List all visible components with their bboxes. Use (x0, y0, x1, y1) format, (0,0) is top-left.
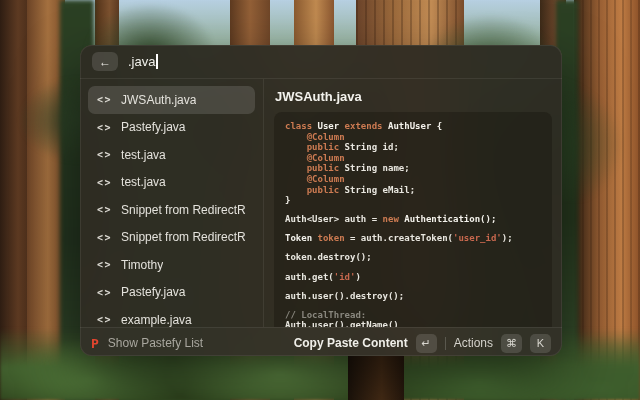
content-area: <>JWSAuth.java<>Pastefy.java<>test.java<… (80, 79, 562, 327)
code-brackets-icon: <> (97, 149, 112, 160)
code-line: public String id; (285, 142, 541, 153)
list-item-label: Snippet from RedirectResponse.... (121, 230, 246, 244)
list-item-label: Timothy (121, 258, 163, 272)
list-item[interactable]: <>example.java (88, 306, 255, 327)
code-line (285, 244, 541, 253)
code-line: class User extends AuthUser { (285, 121, 541, 132)
code-line: Auth<User> auth = new Authentication(); (285, 214, 541, 225)
k-key-icon: K (530, 334, 551, 353)
text-cursor (156, 54, 158, 69)
list-item[interactable]: <>test.java (88, 141, 255, 169)
code-brackets-icon: <> (97, 232, 112, 243)
footer-bar: P Show Pastefy List Copy Paste Content ↵… (80, 327, 562, 356)
search-input[interactable]: .java (128, 54, 158, 69)
code-line: } (285, 195, 541, 206)
back-button[interactable]: ← (92, 52, 118, 71)
pastefy-logo-icon: P (91, 336, 99, 351)
list-item[interactable]: <>test.java (88, 169, 255, 197)
code-line (285, 263, 541, 272)
detail-title: JWSAuth.java (275, 89, 552, 104)
code-brackets-icon: <> (97, 177, 112, 188)
copy-paste-content-button[interactable]: Copy Paste Content (294, 336, 408, 350)
list-item[interactable]: <>Pastefy.java (88, 114, 255, 142)
list-item[interactable]: <>Snippet from RedirectResponse.... (88, 196, 255, 224)
list-item[interactable]: <>Pastefy.java (88, 279, 255, 307)
list-item-label: test.java (121, 148, 166, 162)
code-line (285, 225, 541, 234)
code-line: public String eMail; (285, 185, 541, 196)
list-item-label: Snippet from RedirectResponse.... (121, 203, 246, 217)
back-arrow-icon: ← (99, 56, 111, 68)
footer-actions: Copy Paste Content ↵ Actions ⌘ K (294, 334, 551, 353)
code-line: @Column (285, 174, 541, 185)
detail-panel: JWSAuth.java class User extends AuthUser… (264, 79, 562, 327)
code-line: auth.get('id') (285, 272, 541, 283)
cmd-key-icon: ⌘ (501, 334, 522, 353)
code-line (285, 301, 541, 310)
list-item[interactable]: <>Timothy (88, 251, 255, 279)
code-line: @Column (285, 153, 541, 164)
code-brackets-icon: <> (97, 287, 112, 298)
show-pastefy-list-label[interactable]: Show Pastefy List (108, 336, 203, 350)
footer-separator (445, 337, 446, 350)
code-line: auth.user().destroy(); (285, 291, 541, 302)
search-query-text: .java (128, 54, 155, 69)
list-item-label: JWSAuth.java (121, 93, 196, 107)
list-item-label: Pastefy.java (121, 285, 185, 299)
code-brackets-icon: <> (97, 204, 112, 215)
code-line (285, 282, 541, 291)
enter-key-icon: ↵ (416, 334, 437, 353)
list-item[interactable]: <>Snippet from RedirectResponse.... (88, 224, 255, 252)
list-item-label: test.java (121, 175, 166, 189)
code-line: Auth.user().getName() (285, 320, 541, 327)
actions-button[interactable]: Actions (454, 336, 493, 350)
list-item-label: example.java (121, 313, 192, 327)
code-brackets-icon: <> (97, 94, 112, 105)
code-brackets-icon: <> (97, 122, 112, 133)
code-line: Token token = auth.createToken('user_id'… (285, 233, 541, 244)
launcher-window: ← .java <>JWSAuth.java<>Pastefy.java<>te… (80, 45, 562, 356)
code-line (285, 206, 541, 215)
list-item-label: Pastefy.java (121, 120, 185, 134)
code-line: public String name; (285, 163, 541, 174)
result-list: <>JWSAuth.java<>Pastefy.java<>test.java<… (80, 79, 264, 327)
list-item[interactable]: <>JWSAuth.java (88, 86, 255, 114)
code-block: class User extends AuthUser { @Column pu… (274, 112, 552, 327)
code-brackets-icon: <> (97, 259, 112, 270)
code-line: @Column (285, 132, 541, 143)
code-line: // LocalThread: (285, 310, 541, 321)
code-line: token.destroy(); (285, 252, 541, 263)
code-brackets-icon: <> (97, 314, 112, 325)
search-bar: ← .java (80, 45, 562, 79)
